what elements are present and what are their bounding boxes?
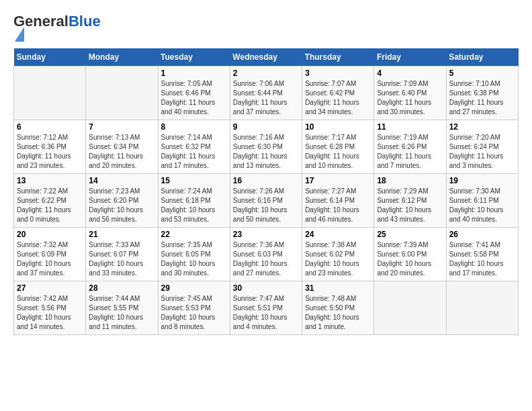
day-info: Sunrise: 7:09 AMSunset: 6:40 PMDaylight:… <box>377 79 443 117</box>
day-number: 4 <box>377 68 443 78</box>
calendar-cell: 6Sunrise: 7:12 AMSunset: 6:36 PMDaylight… <box>14 120 86 174</box>
day-info: Sunrise: 7:39 AMSunset: 6:00 PMDaylight:… <box>377 240 443 278</box>
col-header-saturday: Saturday <box>446 48 518 66</box>
day-number: 14 <box>89 176 154 185</box>
calendar-cell: 15Sunrise: 7:24 AMSunset: 6:18 PMDayligh… <box>158 174 230 228</box>
day-info: Sunrise: 7:42 AMSunset: 5:56 PMDaylight:… <box>17 294 83 332</box>
day-info: Sunrise: 7:41 AMSunset: 5:58 PMDaylight:… <box>449 240 515 278</box>
day-info: Sunrise: 7:48 AMSunset: 5:50 PMDaylight:… <box>305 294 371 332</box>
day-number: 30 <box>233 283 299 293</box>
col-header-friday: Friday <box>374 48 446 66</box>
col-header-monday: Monday <box>86 48 158 66</box>
day-number: 31 <box>305 283 371 293</box>
day-info: Sunrise: 7:17 AMSunset: 6:28 PMDaylight:… <box>305 133 371 171</box>
logo: GeneralBlue <box>13 13 101 42</box>
day-number: 28 <box>89 283 154 293</box>
day-info: Sunrise: 7:19 AMSunset: 6:26 PMDaylight:… <box>377 133 443 171</box>
calendar-cell: 21Sunrise: 7:33 AMSunset: 6:07 PMDayligh… <box>86 228 158 281</box>
day-number: 18 <box>377 176 443 185</box>
week-row-2: 6Sunrise: 7:12 AMSunset: 6:36 PMDaylight… <box>14 120 519 174</box>
calendar-cell: 17Sunrise: 7:27 AMSunset: 6:14 PMDayligh… <box>302 174 374 228</box>
week-row-4: 20Sunrise: 7:32 AMSunset: 6:09 PMDayligh… <box>14 228 519 281</box>
day-number: 12 <box>449 122 515 132</box>
calendar-cell: 1Sunrise: 7:05 AMSunset: 6:46 PMDaylight… <box>158 66 230 120</box>
col-header-tuesday: Tuesday <box>158 48 230 66</box>
calendar-cell: 28Sunrise: 7:44 AMSunset: 5:55 PMDayligh… <box>86 281 158 335</box>
calendar-cell: 26Sunrise: 7:41 AMSunset: 5:58 PMDayligh… <box>446 228 518 281</box>
day-info: Sunrise: 7:32 AMSunset: 6:09 PMDaylight:… <box>17 240 83 278</box>
calendar-table: SundayMondayTuesdayWednesdayThursdayFrid… <box>13 48 519 335</box>
day-info: Sunrise: 7:10 AMSunset: 6:38 PMDaylight:… <box>449 79 515 117</box>
calendar-cell: 4Sunrise: 7:09 AMSunset: 6:40 PMDaylight… <box>374 66 446 120</box>
day-number: 9 <box>233 122 299 132</box>
calendar-cell: 23Sunrise: 7:36 AMSunset: 6:03 PMDayligh… <box>230 228 302 281</box>
day-info: Sunrise: 7:16 AMSunset: 6:30 PMDaylight:… <box>233 133 299 171</box>
day-info: Sunrise: 7:36 AMSunset: 6:03 PMDaylight:… <box>233 240 299 278</box>
header-row: SundayMondayTuesdayWednesdayThursdayFrid… <box>14 48 519 66</box>
calendar-cell: 5Sunrise: 7:10 AMSunset: 6:38 PMDaylight… <box>446 66 518 120</box>
day-info: Sunrise: 7:12 AMSunset: 6:36 PMDaylight:… <box>17 133 83 171</box>
day-info: Sunrise: 7:45 AMSunset: 5:53 PMDaylight:… <box>161 294 227 332</box>
day-number: 8 <box>161 122 227 132</box>
calendar-cell: 9Sunrise: 7:16 AMSunset: 6:30 PMDaylight… <box>230 120 302 174</box>
day-info: Sunrise: 7:26 AMSunset: 6:16 PMDaylight:… <box>233 187 299 224</box>
day-number: 15 <box>161 176 227 185</box>
day-info: Sunrise: 7:24 AMSunset: 6:18 PMDaylight:… <box>161 187 227 224</box>
day-number: 26 <box>449 230 515 239</box>
day-number: 13 <box>17 176 83 185</box>
col-header-sunday: Sunday <box>14 48 86 66</box>
calendar-cell: 25Sunrise: 7:39 AMSunset: 6:00 PMDayligh… <box>374 228 446 281</box>
day-info: Sunrise: 7:22 AMSunset: 6:22 PMDaylight:… <box>17 187 83 224</box>
calendar-cell: 19Sunrise: 7:30 AMSunset: 6:11 PMDayligh… <box>446 174 518 228</box>
col-header-wednesday: Wednesday <box>230 48 302 66</box>
calendar-cell: 11Sunrise: 7:19 AMSunset: 6:26 PMDayligh… <box>374 120 446 174</box>
day-info: Sunrise: 7:35 AMSunset: 6:05 PMDaylight:… <box>161 240 227 278</box>
week-row-5: 27Sunrise: 7:42 AMSunset: 5:56 PMDayligh… <box>14 281 519 335</box>
day-info: Sunrise: 7:20 AMSunset: 6:24 PMDaylight:… <box>449 133 515 171</box>
calendar-cell: 22Sunrise: 7:35 AMSunset: 6:05 PMDayligh… <box>158 228 230 281</box>
day-info: Sunrise: 7:47 AMSunset: 5:51 PMDaylight:… <box>233 294 299 332</box>
day-number: 16 <box>233 176 299 185</box>
week-row-3: 13Sunrise: 7:22 AMSunset: 6:22 PMDayligh… <box>14 174 519 228</box>
calendar-cell: 29Sunrise: 7:45 AMSunset: 5:53 PMDayligh… <box>158 281 230 335</box>
day-info: Sunrise: 7:38 AMSunset: 6:02 PMDaylight:… <box>305 240 371 278</box>
day-info: Sunrise: 7:27 AMSunset: 6:14 PMDaylight:… <box>305 187 371 224</box>
calendar-cell: 2Sunrise: 7:06 AMSunset: 6:44 PMDaylight… <box>230 66 302 120</box>
calendar-cell: 13Sunrise: 7:22 AMSunset: 6:22 PMDayligh… <box>14 174 86 228</box>
day-number: 21 <box>89 230 154 239</box>
day-number: 23 <box>233 230 299 239</box>
day-number: 20 <box>17 230 83 239</box>
calendar-cell: 12Sunrise: 7:20 AMSunset: 6:24 PMDayligh… <box>446 120 518 174</box>
calendar-cell: 27Sunrise: 7:42 AMSunset: 5:56 PMDayligh… <box>14 281 86 335</box>
logo-icon <box>15 27 24 42</box>
calendar-cell <box>14 66 86 120</box>
calendar-cell: 8Sunrise: 7:14 AMSunset: 6:32 PMDaylight… <box>158 120 230 174</box>
calendar-cell: 10Sunrise: 7:17 AMSunset: 6:28 PMDayligh… <box>302 120 374 174</box>
day-info: Sunrise: 7:13 AMSunset: 6:34 PMDaylight:… <box>89 133 154 171</box>
week-row-1: 1Sunrise: 7:05 AMSunset: 6:46 PMDaylight… <box>14 66 519 120</box>
day-number: 25 <box>377 230 443 239</box>
day-number: 29 <box>161 283 227 293</box>
calendar-cell: 24Sunrise: 7:38 AMSunset: 6:02 PMDayligh… <box>302 228 374 281</box>
day-number: 10 <box>305 122 371 132</box>
day-number: 24 <box>305 230 371 239</box>
day-number: 27 <box>17 283 83 293</box>
day-info: Sunrise: 7:23 AMSunset: 6:20 PMDaylight:… <box>89 187 154 224</box>
calendar-cell <box>446 281 518 335</box>
day-number: 1 <box>161 68 227 78</box>
calendar-cell: 30Sunrise: 7:47 AMSunset: 5:51 PMDayligh… <box>230 281 302 335</box>
calendar-cell: 18Sunrise: 7:29 AMSunset: 6:12 PMDayligh… <box>374 174 446 228</box>
day-number: 5 <box>449 68 515 78</box>
day-info: Sunrise: 7:14 AMSunset: 6:32 PMDaylight:… <box>161 133 227 171</box>
day-info: Sunrise: 7:07 AMSunset: 6:42 PMDaylight:… <box>305 79 371 117</box>
calendar-cell: 7Sunrise: 7:13 AMSunset: 6:34 PMDaylight… <box>86 120 158 174</box>
calendar-cell: 16Sunrise: 7:26 AMSunset: 6:16 PMDayligh… <box>230 174 302 228</box>
day-number: 17 <box>305 176 371 185</box>
day-info: Sunrise: 7:33 AMSunset: 6:07 PMDaylight:… <box>89 240 154 278</box>
day-info: Sunrise: 7:05 AMSunset: 6:46 PMDaylight:… <box>161 79 227 117</box>
calendar-cell <box>86 66 158 120</box>
day-number: 19 <box>449 176 515 185</box>
calendar-cell <box>374 281 446 335</box>
day-number: 22 <box>161 230 227 239</box>
calendar-cell: 14Sunrise: 7:23 AMSunset: 6:20 PMDayligh… <box>86 174 158 228</box>
